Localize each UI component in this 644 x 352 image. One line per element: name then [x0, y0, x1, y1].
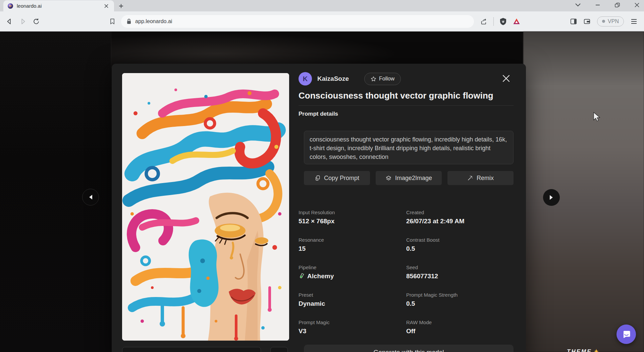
brave-rewards-bat-icon[interactable] — [510, 15, 523, 28]
reload-button[interactable] — [30, 15, 43, 28]
user-row: K KaizaSoze Follow — [299, 72, 401, 86]
toolbar-separator — [493, 17, 494, 26]
mouse-cursor — [593, 112, 600, 122]
test-tube-icon — [299, 273, 305, 280]
star-icon — [371, 76, 376, 82]
minimize-window-icon[interactable] — [595, 3, 600, 7]
support-chat-button[interactable] — [616, 325, 636, 344]
arrow-left-icon — [88, 194, 93, 200]
image-detail-modal: K KaizaSoze Follow Consciousness thought… — [112, 64, 526, 352]
partial-side-button[interactable] — [270, 347, 288, 352]
browser-toolbar: app.leonardo.ai VPN — [0, 11, 644, 32]
generated-image[interactable] — [122, 73, 289, 341]
image2image-label: Image2Image — [395, 175, 432, 182]
sidebar-toggle-icon[interactable] — [567, 15, 580, 28]
lock-icon — [126, 18, 131, 24]
meta-raw-mode: RAW Mode Off — [406, 319, 518, 347]
generation-title: Consciousness thought vector graphic flo… — [299, 91, 506, 101]
browser-tab[interactable]: leonardo.ai — [3, 0, 114, 11]
forward-button[interactable] — [16, 15, 30, 28]
copy-prompt-label: Copy Prompt — [324, 175, 359, 182]
backdrop-glow — [111, 32, 413, 68]
user-name[interactable]: KaizaSoze — [317, 75, 349, 82]
prompt-text-box: consciousness thought vector graphic flo… — [304, 131, 514, 164]
generate-with-model-button[interactable]: Generate with this model — [304, 345, 514, 352]
chat-icon — [622, 330, 631, 339]
prompt-details-heading: Prompt details — [299, 111, 338, 117]
arrow-right-icon — [549, 195, 554, 200]
avatar[interactable]: K — [299, 72, 312, 85]
follow-label: Follow — [379, 76, 394, 82]
tab-title: leonardo.ai — [17, 3, 102, 9]
tab-search-chevron-icon[interactable] — [575, 3, 581, 7]
partial-watermark-text: THEME✦ — [567, 348, 600, 352]
new-tab-button[interactable] — [117, 2, 125, 10]
url-text: app.leonardo.ai — [135, 18, 172, 24]
vpn-badge[interactable]: VPN — [597, 16, 624, 26]
menu-icon[interactable] — [627, 15, 641, 28]
brave-shield-icon[interactable] — [496, 15, 510, 28]
modal-close-icon[interactable] — [501, 73, 512, 84]
vpn-label: VPN — [608, 18, 619, 24]
sparkle-icon: ✦ — [594, 348, 600, 352]
pipeline-value: Alchemy — [307, 273, 334, 280]
action-button-row: Copy Prompt Image2Image Remix — [304, 171, 514, 185]
page-background: K KaizaSoze Follow Consciousness thought… — [0, 32, 644, 352]
share-icon[interactable] — [477, 15, 491, 28]
metadata-grid: Input Resolution 512 × 768px Created 26/… — [299, 210, 518, 347]
meta-resonance: Resonance 15 — [299, 237, 406, 265]
meta-prompt-magic-strength: Prompt Magic Strength 0.5 — [406, 292, 518, 319]
next-image-button[interactable] — [543, 189, 560, 206]
meta-contrast-boost: Contrast Boost 0.5 — [406, 237, 518, 265]
tab-strip: leonardo.ai — [0, 0, 644, 11]
wallet-icon[interactable] — [580, 15, 594, 28]
vpn-status-dot — [602, 20, 605, 23]
back-button[interactable] — [3, 15, 16, 28]
copy-icon — [315, 175, 321, 181]
follow-button[interactable]: Follow — [364, 73, 401, 85]
previous-image-button[interactable] — [82, 189, 99, 206]
window-controls — [575, 0, 639, 10]
meta-prompt-magic: Prompt Magic V3 — [299, 319, 406, 347]
address-bar[interactable]: app.leonardo.ai — [121, 15, 474, 28]
bookmarks-icon[interactable] — [106, 15, 119, 28]
meta-input-resolution: Input Resolution 512 × 768px — [299, 210, 406, 237]
restore-window-icon[interactable] — [615, 3, 620, 8]
backdrop-blurred-right — [523, 32, 644, 352]
wand-icon — [467, 175, 473, 181]
image2image-button[interactable]: Image2Image — [376, 171, 442, 185]
meta-preset: Preset Dynamic — [299, 292, 406, 319]
divider — [299, 105, 514, 106]
site-favicon-icon — [7, 3, 13, 9]
meta-pipeline: Pipeline Alchemy — [299, 265, 406, 292]
meta-seed: Seed 856077312 — [406, 265, 518, 292]
copy-prompt-button[interactable]: Copy Prompt — [304, 171, 370, 185]
browser-chrome: leonardo.ai — [0, 0, 644, 32]
tab-close-icon[interactable] — [102, 2, 111, 10]
remix-label: Remix — [477, 175, 494, 182]
layers-icon — [385, 175, 392, 181]
remix-button[interactable]: Remix — [447, 171, 514, 185]
meta-created: Created 26/07/23 at 2:49 AM — [406, 210, 518, 237]
close-window-icon[interactable] — [635, 3, 639, 7]
partial-prompt-input[interactable] — [122, 347, 261, 352]
